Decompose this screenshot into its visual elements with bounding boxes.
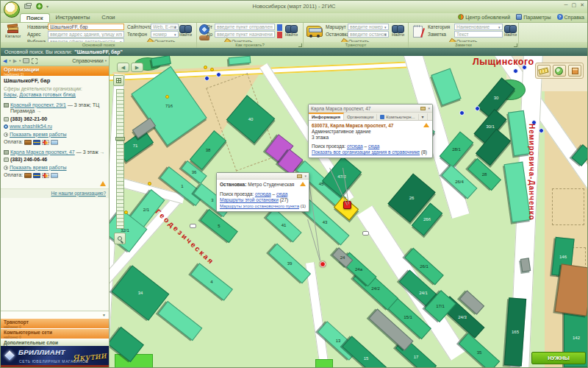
route-to-link[interactable]: сюда xyxy=(276,191,287,197)
sidebar-panel-transport[interactable]: Транспорт найдено 0 xyxy=(1,318,109,328)
all-orgs-link[interactable]: Показать все организации здания в справо… xyxy=(312,149,420,155)
restore-button[interactable]: ▢ xyxy=(572,2,577,8)
chevron-down-icon[interactable]: ▾ xyxy=(304,174,306,178)
popup-titlebar[interactable]: Карла Маркса проспект, 47 ▾ xyxy=(309,105,432,113)
print-results-button[interactable] xyxy=(23,58,29,63)
forward-dropdown-icon[interactable]: ▾ xyxy=(19,59,21,63)
sphere-link[interactable]: Доставка готовых блюд xyxy=(19,92,75,97)
route-dialog-launcher[interactable] xyxy=(298,43,302,47)
bus-stop-marker[interactable] xyxy=(475,106,480,111)
from-input[interactable] xyxy=(215,24,275,30)
site-dropdown-icon[interactable]: ▾ xyxy=(174,25,176,29)
forward-button[interactable]: ▶ xyxy=(13,57,17,65)
sidebar-panel-networks[interactable]: Компьютерные сети найдено 0 xyxy=(1,328,109,339)
route-to-link[interactable]: сюда xyxy=(368,144,379,149)
results-collapse-row[interactable]: ▼ xyxy=(1,311,109,318)
goto-map-icon[interactable]: → xyxy=(36,108,41,113)
tab-sloi[interactable]: Слои xyxy=(96,13,121,22)
back-dropdown-icon[interactable]: ▾ xyxy=(9,59,10,63)
tab-instrumenty[interactable]: Инструменты xyxy=(50,13,96,22)
category-dropdown-icon[interactable]: ▾ xyxy=(498,25,501,29)
popup-titlebar[interactable]: ▾ xyxy=(217,173,309,180)
update-center-button[interactable]: Центр обновлений xyxy=(458,14,510,20)
back-button[interactable]: ◀ xyxy=(3,57,7,65)
print-icon[interactable] xyxy=(420,107,426,110)
minimize-button[interactable]: ─ xyxy=(564,2,568,8)
map-mode-button[interactable] xyxy=(113,75,124,86)
working-hours-link[interactable]: Показать время работы xyxy=(10,132,67,138)
sidebar-panel-extra-layers[interactable]: Дополнительные слои xyxy=(1,339,109,346)
address-input[interactable] xyxy=(48,31,124,38)
transport-route-dropdown-icon[interactable]: ▾ xyxy=(384,25,387,29)
stop-input[interactable] xyxy=(348,31,389,38)
print-icon[interactable] xyxy=(297,174,302,178)
transport-route-input[interactable] xyxy=(348,24,389,30)
results-header[interactable]: Организации (найдено 1) xyxy=(1,66,109,76)
popup-tab-info[interactable]: Информация xyxy=(309,113,344,120)
to-person-icon[interactable] xyxy=(277,32,282,38)
select-region-button[interactable] xyxy=(32,58,37,64)
goto-map-icon[interactable]: → xyxy=(100,149,105,155)
address-link[interactable]: Красный проспект, 29/1 xyxy=(10,102,66,107)
parameters-button[interactable]: Параметры xyxy=(516,14,551,20)
need-clients-button[interactable]: НУЖНЫ КЛИЕНТЫ? xyxy=(531,352,586,364)
notes-find-button[interactable]: Найти xyxy=(504,24,517,37)
update-center-icon xyxy=(458,14,464,20)
category-dropdown[interactable] xyxy=(454,24,503,30)
bus-stop-marker[interactable] xyxy=(216,72,221,77)
chevron-down-icon[interactable]: ▾ xyxy=(428,106,430,110)
route-find-button[interactable]: Найти xyxy=(285,24,298,37)
sphere-link[interactable]: Бары xyxy=(4,92,16,97)
window-controls: ─ ▢ ✕ xyxy=(564,2,584,8)
pan-left-button[interactable]: ◀ xyxy=(117,63,129,72)
phone-dropdown-icon[interactable]: ▾ xyxy=(174,32,176,37)
transport-find-button[interactable]: Найти xyxy=(392,24,404,37)
website-link[interactable]: www.shashlik54.ru xyxy=(10,124,52,130)
working-hours-link[interactable]: Показать время работы xyxy=(10,165,67,171)
tab-poisk[interactable]: Поиск xyxy=(20,13,50,22)
to-input[interactable] xyxy=(215,31,275,38)
selected-stop-marker[interactable] xyxy=(320,261,326,267)
stop-dropdown-icon[interactable]: ▾ xyxy=(384,32,387,37)
notes-dialog-launcher[interactable] xyxy=(514,43,517,47)
bus-stop-marker[interactable] xyxy=(539,128,544,133)
help-button[interactable]: ?Справка xyxy=(557,14,584,20)
name-input[interactable] xyxy=(48,24,124,30)
3d-view-button[interactable] xyxy=(568,65,581,77)
catalog-button[interactable]: Каталог xyxy=(5,24,21,38)
results-panel: ШашлыкоFF, бар Сферы деятельности органи… xyxy=(1,76,109,311)
close-button[interactable]: ✕ xyxy=(580,2,584,8)
stop-routes-link[interactable]: Маршруты этой остановки xyxy=(220,197,279,202)
warning-icon[interactable] xyxy=(423,123,429,127)
directories-button[interactable]: Справочники▾ xyxy=(72,58,107,63)
pan-right-button[interactable]: ▶ xyxy=(131,63,143,72)
from-person-icon[interactable] xyxy=(277,24,282,31)
popup-tab-networks[interactable]: Компьютерн... xyxy=(377,114,418,120)
payment-mastercard-icon xyxy=(42,173,49,178)
zoom-magnifier-button[interactable] xyxy=(114,233,126,244)
popup-tab-orgs[interactable]: Организации xyxy=(344,114,377,120)
note-input[interactable] xyxy=(454,31,503,38)
site-label: Сайт/почта xyxy=(127,24,152,30)
search-find-button[interactable]: Найти xyxy=(179,24,192,37)
warning-icon[interactable] xyxy=(100,181,106,186)
ad-banner[interactable]: БРИЛЛИАНТ Якутии СЕТЬ ЮВЕЛИРНЫХ МАГАЗИНО… xyxy=(1,346,109,365)
website-icon xyxy=(4,124,8,129)
app-logo-button[interactable] xyxy=(4,1,20,18)
parameters-icon xyxy=(516,14,522,20)
route-from-link[interactable]: отсюда xyxy=(347,144,363,149)
not-found-link[interactable]: Не нашли организацию? xyxy=(51,191,107,196)
bus-stop-marker[interactable] xyxy=(204,76,209,81)
bus-stop-marker[interactable] xyxy=(513,68,518,74)
address-link[interactable]: Карла Маркса проспект, 47 xyxy=(10,149,75,155)
warning-icon[interactable] xyxy=(300,182,306,186)
stop-point-routes-link[interactable]: Маршруты этого остановочного пункта xyxy=(220,204,299,208)
popup-tabs-overflow[interactable]: ▾ xyxy=(419,113,428,120)
map-canvas[interactable]: 71б712/132/13413543640384543413947/21315… xyxy=(110,56,587,367)
route-from-link[interactable]: отсюда xyxy=(255,191,271,197)
globe-tool-button[interactable] xyxy=(553,65,566,77)
zoom-slider-track[interactable] xyxy=(116,89,124,229)
zoom-slider-handle[interactable] xyxy=(115,137,125,141)
bus-stop-marker[interactable] xyxy=(459,110,465,116)
ruler-tool-button[interactable] xyxy=(537,65,551,77)
